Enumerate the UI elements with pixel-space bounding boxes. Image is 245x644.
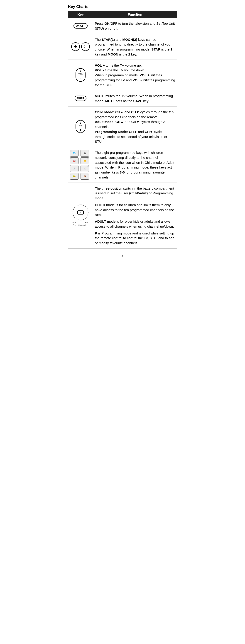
function-cell-network: The eight pre-programmed keys with child… [93, 147, 177, 183]
net-key-3: 3🌐 [70, 150, 79, 156]
net-key-5: 5🏭 [70, 158, 79, 164]
function-cell-switch: The three-position switch in the battery… [93, 182, 177, 248]
network-keys-icon: 3🌐 4🎬 5🏭 6🌞 7🐰 8🐇 9🐸 0🐌 [70, 150, 90, 180]
moon-number: 2 [88, 43, 89, 45]
function-text-child-mode: CHILD mode is for children and limits th… [95, 202, 175, 217]
table-row: ON/OFF Press ON/OFF to turn the televisi… [68, 18, 177, 34]
ch-key-icon: ▲ CH ▼ [76, 120, 86, 133]
function-text-switch-intro: The three-position switch in the battery… [95, 186, 175, 201]
vol-key-icon: + VOL − [76, 68, 86, 82]
switch-mode-labels: child adult [73, 221, 89, 223]
table-row: 1 ★ 2 ☾ The STAR(1) and MOON(2) keys can… [68, 34, 177, 60]
function-text-p-mode: P is Programming mode and is used while … [95, 231, 175, 246]
function-cell-vol: VOL + turns the TV volume up.VOL - turns… [93, 60, 177, 90]
key-charts-table: Key Function ON/OFF Press ON/OFF to turn… [68, 11, 177, 248]
function-text-vol: VOL + turns the TV volume up.VOL - turns… [95, 63, 175, 88]
function-text-star-moon: The STAR(1) and MOON(2) keys can be prog… [95, 37, 175, 57]
switch-key-icon: P child adult 3-position switch [70, 204, 91, 226]
key-cell-star-moon: 1 ★ 2 ☾ [68, 34, 93, 60]
key-cell-vol: + VOL − [68, 60, 93, 90]
key-cell-ch: ▲ CH ▼ [68, 106, 93, 147]
key-cell-switch: P child adult 3-position switch [68, 182, 93, 248]
net-key-6: 6🌞 [81, 158, 89, 164]
col-header-key: Key [68, 11, 93, 18]
function-text-onoff: Press ON/OFF to turn the television and … [95, 21, 175, 31]
key-cell-network: 3🌐 4🎬 5🏭 6🌞 7🐰 8🐇 9🐸 0🐌 [68, 147, 93, 183]
key-cell-mute: MUTE [68, 90, 93, 106]
onoff-key-icon: ON/OFF [74, 23, 88, 28]
page-number: 8 [68, 254, 177, 258]
switch-slider: P [77, 210, 84, 214]
star-moon-icons: 1 ★ 2 ☾ [70, 42, 91, 51]
function-cell-mute: MUTE mutes the TV volume. When in progra… [93, 90, 177, 106]
page-title: Key Charts [68, 4, 177, 9]
mute-key-icon: MUTE [75, 96, 86, 101]
function-cell-star-moon: The STAR(1) and MOON(2) keys can be prog… [93, 34, 177, 60]
table-row: MUTE MUTE mutes the TV volume. When in p… [68, 90, 177, 106]
star-key-icon: 1 ★ [71, 42, 80, 51]
star-number: 1 [72, 43, 73, 45]
table-row: 3🌐 4🎬 5🏭 6🌞 7🐰 8🐇 9🐸 0🐌 The eight pre-pr… [68, 147, 177, 183]
function-text-ch: Child Mode: CH▲ and CH▼ cycles through t… [95, 110, 175, 144]
key-cell-onoff: ON/OFF [68, 18, 93, 34]
switch-caption: 3-position switch [73, 224, 88, 226]
net-key-9: 9🐸 [70, 173, 79, 180]
net-key-0: 0🐌 [81, 173, 89, 180]
table-row: + VOL − VOL + turns the TV volume up.VOL… [68, 60, 177, 90]
table-row: P child adult 3-position switch The thre… [68, 182, 177, 248]
net-key-7: 7🐰 [70, 165, 79, 172]
moon-key-icon: 2 ☾ [81, 42, 90, 51]
table-row: ▲ CH ▼ Child Mode: CH▲ and CH▼ cycles th… [68, 106, 177, 147]
child-label: child [73, 221, 76, 223]
net-key-4: 4🎬 [81, 150, 89, 156]
switch-circle: P [73, 204, 89, 220]
col-header-function: Function [93, 11, 177, 18]
function-cell-onoff: Press ON/OFF to turn the television and … [93, 18, 177, 34]
function-cell-ch: Child Mode: CH▲ and CH▼ cycles through t… [93, 106, 177, 147]
net-key-8: 8🐇 [81, 165, 89, 172]
function-text-adult-mode: ADULT mode is for older kids or adults a… [95, 219, 175, 229]
adult-label: adult [85, 221, 89, 223]
function-text-mute: MUTE mutes the TV volume. When in progra… [95, 94, 175, 104]
switch-p-label: P [80, 212, 81, 214]
function-text-network: The eight pre-programmed keys with child… [95, 150, 175, 180]
